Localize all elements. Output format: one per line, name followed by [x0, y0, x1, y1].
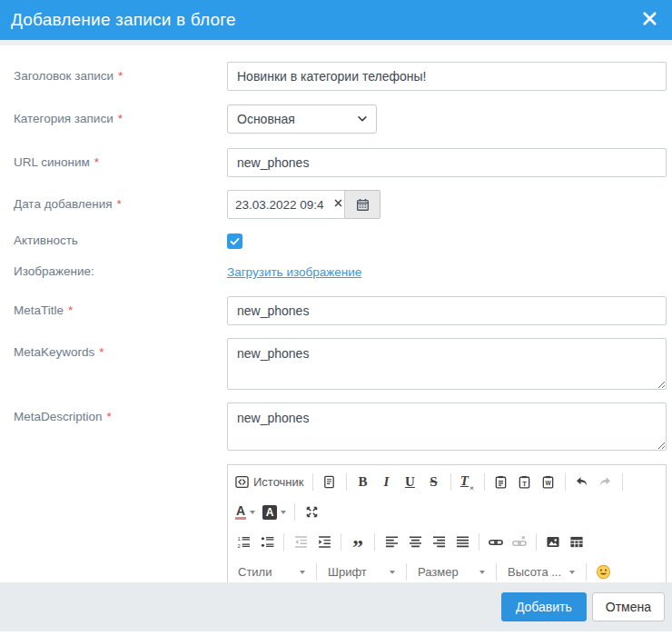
templates-button[interactable]	[319, 472, 341, 493]
numbered-list-button[interactable]: 12	[232, 532, 254, 553]
styles-combo[interactable]: Стили	[232, 561, 311, 583]
link-button[interactable]	[485, 532, 507, 553]
italic-button[interactable]: I	[376, 472, 398, 493]
undo-button[interactable]	[571, 472, 593, 493]
outdent-icon	[294, 535, 308, 549]
toolbar-separator	[586, 563, 587, 581]
paste-text-button[interactable]: T	[514, 472, 536, 493]
image-icon	[546, 535, 560, 549]
upload-image-link[interactable]: Загрузить изображение	[227, 265, 361, 279]
align-right-button[interactable]	[428, 532, 450, 553]
chevron-down-icon	[390, 571, 395, 574]
required-asterisk: *	[118, 69, 123, 83]
meta-title-input[interactable]	[227, 296, 667, 325]
align-right-icon	[432, 535, 446, 549]
text-color-button[interactable]: A	[232, 502, 258, 523]
image-label: Изображение:	[14, 263, 227, 280]
close-button[interactable]	[638, 7, 661, 33]
url-input[interactable]	[227, 148, 667, 177]
category-select[interactable]: Основная	[227, 104, 377, 134]
chevron-down-icon	[569, 571, 575, 574]
date-input[interactable]	[227, 190, 345, 219]
align-center-button[interactable]	[404, 532, 426, 553]
redo-button[interactable]	[595, 472, 617, 493]
paste-word-button[interactable]: W	[538, 472, 559, 493]
paste-icon	[494, 475, 508, 489]
image-button[interactable]	[542, 532, 564, 553]
svg-text:1: 1	[237, 536, 240, 542]
blockquote-button[interactable]: ”	[347, 532, 369, 553]
maximize-icon	[305, 505, 319, 519]
meta-description-label-text: MetaDescription	[14, 410, 103, 423]
meta-keywords-label: MetaKeywords*	[14, 338, 227, 390]
underline-button[interactable]: U	[400, 472, 421, 493]
modal-bottom-strip	[0, 631, 672, 636]
bg-color-button[interactable]: A	[260, 502, 289, 523]
size-combo[interactable]: Размер	[412, 561, 490, 583]
modal-body[interactable]: Заголовок записи* Категория записи* Осно…	[0, 45, 672, 582]
blockquote-icon: ”	[352, 538, 363, 547]
paste-text-icon: T	[518, 475, 531, 489]
toolbar-separator	[316, 563, 317, 581]
bulleted-list-icon	[261, 535, 274, 549]
meta-keywords-label-text: MetaKeywords	[14, 345, 94, 359]
align-justify-button[interactable]	[451, 532, 473, 553]
form-row-meta-title: MetaTitle*	[14, 296, 667, 325]
text-color-icon: A	[235, 504, 246, 520]
form-row-title: Заголовок записи*	[14, 62, 667, 91]
line-height-combo[interactable]: Высота ...	[502, 561, 580, 583]
toolbar-row: AA	[232, 497, 662, 527]
maximize-button[interactable]	[301, 502, 322, 523]
indent-icon	[318, 535, 331, 549]
underline-icon: U	[405, 475, 415, 489]
toolbar-separator	[341, 533, 341, 551]
toolbar-separator	[283, 533, 284, 551]
form-row-category: Категория записи* Основная	[14, 104, 667, 134]
bold-icon: B	[358, 475, 367, 489]
form-row-date: Дата добавления*	[14, 190, 667, 219]
font-combo[interactable]: Шрифт	[322, 561, 400, 583]
undo-icon	[575, 475, 588, 489]
bold-button[interactable]: B	[352, 472, 374, 493]
active-checkbox[interactable]	[227, 234, 242, 249]
smiley-button[interactable]	[592, 561, 614, 583]
toolbar-separator	[496, 563, 497, 581]
align-left-button[interactable]	[380, 532, 402, 553]
modal-title: Добавление записи в блоге	[11, 10, 638, 30]
cancel-button[interactable]: Отмена	[592, 592, 665, 621]
remove-format-icon: T×	[460, 474, 474, 491]
styles-combo-label: Стили	[238, 565, 272, 579]
clear-date-icon[interactable]	[333, 198, 343, 208]
svg-text:T: T	[522, 480, 527, 488]
toolbar-row: 12”	[232, 527, 662, 557]
chevron-down-icon	[300, 571, 305, 574]
chevron-down-icon	[356, 113, 369, 125]
bulleted-list-button[interactable]	[256, 532, 278, 553]
toolbar-row: ИсточникBIUST×TW	[232, 467, 662, 497]
meta-description-textarea[interactable]: new_phones	[227, 402, 667, 451]
submit-button[interactable]: Добавить	[501, 592, 587, 621]
required-asterisk: *	[118, 112, 123, 125]
date-label-text: Дата добавления	[14, 197, 113, 211]
table-button[interactable]	[566, 532, 588, 553]
outdent-button[interactable]	[290, 532, 311, 553]
source-button[interactable]: Источник	[232, 472, 307, 493]
bg-color-icon: A	[262, 505, 277, 520]
strike-button[interactable]: S	[423, 472, 445, 493]
calendar-button[interactable]	[344, 190, 380, 219]
paste-button[interactable]	[490, 472, 512, 493]
remove-format-button[interactable]: T×	[457, 472, 479, 493]
modal-footer: Добавить Отмена	[0, 582, 672, 631]
category-label-text: Категория записи	[14, 112, 114, 125]
toolbar-separator	[294, 503, 295, 521]
meta-description-label: MetaDescription*	[14, 402, 227, 451]
title-input[interactable]	[227, 62, 667, 91]
url-label: URL синоним*	[14, 148, 227, 177]
unlink-button[interactable]	[509, 532, 530, 553]
title-label: Заголовок записи*	[14, 62, 227, 91]
line-height-combo-label: Высота ...	[508, 565, 561, 579]
indent-button[interactable]	[313, 532, 335, 553]
add-blog-post-modal: Добавление записи в блоге Заголовок запи…	[0, 0, 672, 636]
link-icon	[489, 535, 503, 550]
meta-keywords-textarea[interactable]: new_phones	[227, 338, 667, 390]
